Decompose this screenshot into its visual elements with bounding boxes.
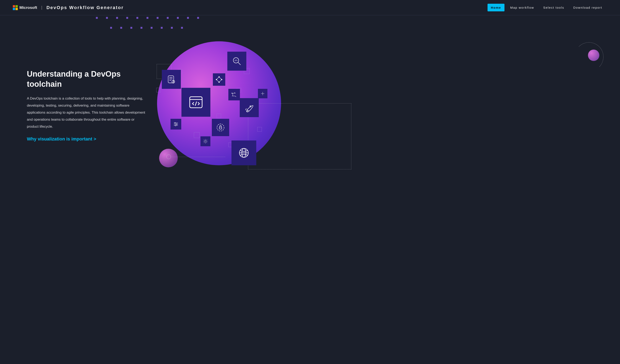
tile-sliders — [170, 119, 181, 130]
tile-code-search: </> — [227, 52, 246, 71]
outline-square — [257, 127, 262, 132]
tile-rocket — [240, 98, 259, 117]
company-name: Microsoft — [19, 5, 37, 10]
tile-graph — [213, 73, 225, 86]
illustration: </> — [155, 41, 605, 169]
svg-point-14 — [216, 79, 217, 80]
tile-lock-target — [212, 119, 229, 136]
text-column: Understanding a DevOps toolchain A DevOp… — [27, 69, 147, 142]
svg-point-30 — [205, 140, 206, 142]
svg-text:</>: </> — [234, 59, 238, 61]
dashed-arc — [574, 42, 604, 71]
rocket-icon — [244, 103, 254, 113]
svg-point-25 — [176, 124, 177, 125]
svg-point-21 — [250, 106, 251, 107]
outline-square — [217, 114, 221, 118]
checklist-icon — [167, 75, 176, 84]
microsoft-logo[interactable]: Microsoft — [13, 5, 37, 10]
app-title: DevOps Workflow Generator — [46, 5, 124, 10]
svg-point-13 — [219, 82, 219, 83]
top-nav: Home Map workflow Select tools Download … — [488, 4, 605, 11]
gear-icon — [202, 138, 208, 144]
dashed-box-large — [248, 103, 351, 169]
code-window-icon — [188, 94, 204, 110]
svg-line-20 — [195, 102, 197, 106]
svg-line-1 — [238, 62, 241, 65]
tile-gear — [201, 136, 210, 146]
tile-code-window — [182, 88, 210, 117]
svg-rect-3 — [168, 76, 174, 83]
main-content: Understanding a DevOps toolchain A DevOp… — [0, 33, 620, 182]
svg-marker-10 — [216, 77, 222, 82]
svg-point-27 — [175, 125, 176, 126]
tile-checklist — [162, 70, 181, 89]
nav-map-workflow[interactable]: Map workflow — [507, 4, 538, 11]
microsoft-squares-icon — [13, 5, 18, 10]
nav-download-report[interactable]: Download report — [570, 4, 605, 11]
plus-icon — [260, 91, 265, 96]
svg-point-28 — [217, 124, 224, 131]
sliders-icon — [173, 121, 179, 127]
svg-point-11 — [219, 76, 219, 77]
nav-home[interactable]: Home — [488, 4, 504, 11]
tile-route — [228, 89, 240, 100]
svg-rect-18 — [190, 97, 202, 108]
header: Microsoft | DevOps Workflow Generator Ho… — [0, 0, 620, 15]
lock-target-icon — [216, 123, 225, 132]
decorative-dots — [0, 15, 620, 33]
brand-divider: | — [41, 5, 42, 10]
page-heading: Understanding a DevOps toolchain — [27, 69, 147, 90]
svg-rect-29 — [219, 127, 222, 129]
code-search-icon: </> — [232, 56, 242, 66]
body-paragraph: A DevOps toolchain is a collection of to… — [27, 95, 147, 130]
outline-square — [156, 88, 161, 92]
outline-circle — [166, 154, 171, 159]
svg-point-23 — [175, 122, 176, 123]
outline-square — [194, 132, 200, 138]
route-icon — [231, 91, 237, 98]
globe-icon — [238, 147, 250, 159]
graph-icon — [216, 76, 223, 83]
tile-plus — [258, 89, 267, 98]
brand-block: Microsoft | DevOps Workflow Generator — [13, 5, 124, 10]
tile-globe — [232, 140, 256, 165]
svg-point-15 — [232, 93, 232, 93]
svg-point-12 — [221, 79, 222, 80]
cta-link[interactable]: Why visualization is important > — [27, 136, 147, 142]
nav-select-tools[interactable]: Select tools — [540, 4, 568, 11]
